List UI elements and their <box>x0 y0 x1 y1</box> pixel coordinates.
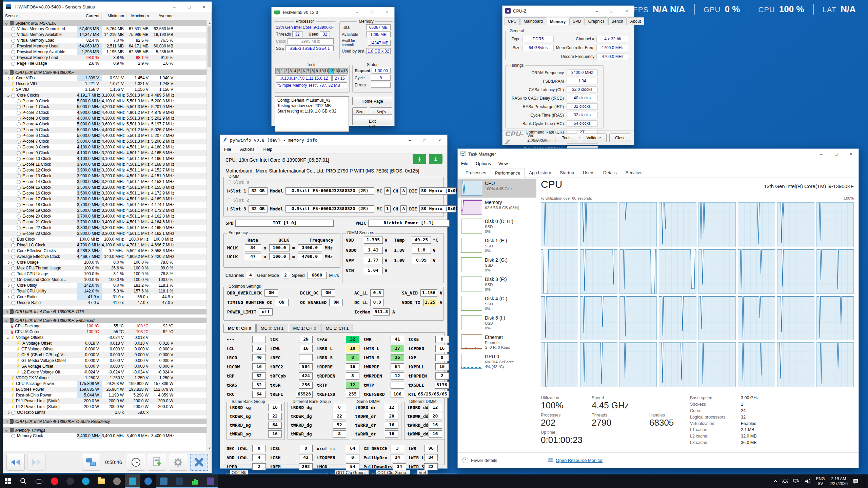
rate-value[interactable]: 34 <box>245 244 261 251</box>
bank-value[interactable]: 22 <box>333 413 346 420</box>
sensor-left-value[interactable]: 1.41 <box>364 247 383 254</box>
sensor-row[interactable]: CPU Package100 °C55 °C103 °C92 °C <box>3 323 206 329</box>
sensor-row[interactable]: E-core 23 Clock3,800.0 MHz3,300.0 MHz4,5… <box>3 231 206 237</box>
bank-value[interactable]: 20 <box>385 413 398 420</box>
tab-spd[interactable]: SPD <box>569 17 585 25</box>
slot-size[interactable]: 32 GB <box>249 205 268 212</box>
sensor-right-value[interactable]: 1.8 <box>412 247 431 254</box>
timing-value[interactable]: 16 <box>252 363 266 370</box>
hwinfo-section-header[interactable]: CPU [#0]: Intel Core i9-13900KF <box>3 69 206 75</box>
extra-timing-value[interactable]: 34 <box>424 454 438 461</box>
timing-value[interactable]: 37 <box>391 345 404 352</box>
tm-sidebar[interactable]: CPU100% 4.45 GHzMemory62.6/63.8 GB (98%)… <box>458 179 536 452</box>
bank-value[interactable]: 12 <box>429 404 442 411</box>
sensor-row[interactable]: PL2 Power Limit (Static)200.0 W200.0 W20… <box>3 404 206 410</box>
sensor-row[interactable]: IA Voltage Offset0.018 V0.018 V0.018 V0.… <box>3 341 206 346</box>
tab-bench[interactable]: Bench <box>608 17 627 25</box>
timing-value[interactable]: 16 <box>435 345 449 352</box>
column-header-maximum[interactable]: Maximum <box>126 12 151 20</box>
test-13[interactable]: 13 <box>333 68 338 74</box>
ch-value[interactable]: A <box>400 205 407 212</box>
setting-value[interactable]: ON <box>321 289 335 297</box>
sidebar-item-disk-1-e-[interactable]: Disk 1 (E:)SSD0% <box>458 236 536 255</box>
column-header-minimum[interactable]: Minimum <box>102 12 126 20</box>
sensor-row[interactable]: SA Voltage Offset0.000 V0.000 V0.000 V0.… <box>3 364 206 369</box>
expand-icon[interactable] <box>7 296 9 298</box>
extra-timing-value[interactable]: 22 <box>424 463 438 470</box>
collapse-icon[interactable] <box>7 336 9 339</box>
setting-value[interactable]: 0.5 <box>370 289 384 297</box>
minimize-icon[interactable]: – <box>350 7 364 17</box>
mc-tab-3[interactable]: MC 1: CH 1 <box>321 324 353 332</box>
sensor-row[interactable]: Average Effective Clock4,469.7 MHz140.0 … <box>3 254 206 260</box>
timing-value[interactable]: 8 <box>346 354 359 361</box>
notification-icon[interactable] <box>852 478 859 484</box>
bank-value[interactable]: 16 <box>268 404 282 411</box>
sensor-row[interactable]: E-core 19 Clock3,500.0 MHz3,300.0 MHz4,5… <box>3 208 206 214</box>
spd-value[interactable]: IDT [1.0] <box>235 220 334 227</box>
sidebar-item-disk-5-i-[interactable]: Disk 5 (I:)USB0% <box>458 313 536 332</box>
show-desktop-button[interactable] <box>864 474 867 488</box>
search-icon[interactable] <box>16 474 31 488</box>
die-value[interactable]: SK Hynix [0x00] <box>419 187 456 195</box>
timing-value[interactable] <box>299 354 313 361</box>
volume-icon[interactable] <box>805 479 811 484</box>
speed-value[interactable]: 6800 <box>308 272 327 279</box>
sensor-left-value[interactable]: 1.77 <box>364 257 383 264</box>
file-explorer-icon[interactable] <box>94 474 109 488</box>
sensor-row[interactable]: E-core 12 Clock3,900.0 MHz3,200.0 MHz4,5… <box>3 167 206 173</box>
sensor-row[interactable]: E-core 16 Clock3,500.0 MHz3,300.0 MHz4,5… <box>3 190 206 196</box>
setting-value[interactable]: 511.8 <box>373 308 390 316</box>
menu-file[interactable]: File <box>224 147 231 152</box>
sensor-row[interactable]: CPU Package Power175.808 W29.263 W199.90… <box>3 381 206 387</box>
sensor-row[interactable]: E-core 11 Clock3,900.0 MHz3,200.0 MHz4,5… <box>3 162 206 167</box>
minimize-icon[interactable]: – <box>167 2 182 12</box>
tab-processes[interactable]: Processes <box>461 168 491 178</box>
timing-value[interactable]: 256 <box>299 382 313 389</box>
sensor-row[interactable]: E-core 13 Clock3,900.0 MHz3,200.0 MHz4,5… <box>3 173 206 179</box>
hwinfo-titlebar[interactable]: HWiNFO64 v8.00-5400 - Sensors Status – □… <box>3 2 212 12</box>
green-chart-icon[interactable] <box>187 474 203 488</box>
tab-mainboard[interactable]: Mainboard <box>520 17 546 25</box>
bank-value[interactable]: 64 <box>268 422 282 429</box>
timing-value[interactable]: 16 <box>346 363 359 370</box>
minimize-icon[interactable]: – <box>814 149 829 159</box>
close-icon[interactable]: × <box>432 135 447 145</box>
close-icon[interactable]: × <box>197 2 212 12</box>
bclk-value[interactable]: 100.0 <box>269 253 290 260</box>
sensor-row[interactable]: E-core 10 Clock4,100.0 MHz3,100.0 MHz4,5… <box>3 156 206 162</box>
sidebar-item-gpu-0[interactable]: GPU 0NVIDIA GeForce ...4% (42 °C) <box>458 352 536 371</box>
mc-tab-1[interactable]: MC 0: CH 1 <box>256 324 288 332</box>
test-6[interactable]: 6 <box>302 68 306 74</box>
bank-value[interactable]: 20 <box>429 413 442 420</box>
sensor-row[interactable]: L2 E-core Voltage Off...-0.024 V-0.024 V… <box>3 369 206 375</box>
setting-value[interactable]: ON <box>329 299 343 306</box>
minimize-icon[interactable]: – <box>402 135 417 145</box>
timing-value[interactable]: 424 <box>299 372 313 380</box>
timing-value[interactable]: 32 <box>252 345 266 352</box>
bank-value[interactable]: 16 <box>268 430 282 438</box>
test-14[interactable]: 14 <box>338 68 343 74</box>
sensor-row[interactable]: P-core 6 Clock5,000.0 MHz4,400.0 MHz5,50… <box>3 133 206 139</box>
slot-radio[interactable] <box>227 189 228 193</box>
close-icon[interactable]: × <box>844 149 859 159</box>
timing-value[interactable]: 10 <box>346 345 359 352</box>
cpu-core-graphs[interactable] <box>541 202 854 387</box>
tm5-titlebar[interactable]: TestMem5 v0.12.3 – □ × <box>272 7 394 17</box>
timing-value[interactable]: 12 <box>391 372 404 380</box>
setting-value[interactable]: ON <box>264 289 278 297</box>
sensor-row[interactable]: E-core 17 Clock3,800.0 MHz3,400.0 MHz4,5… <box>3 196 206 202</box>
timing-value[interactable]: 8 <box>346 372 359 380</box>
sensor-row[interactable]: Virtual Memory Committed67,403 MB5,764 M… <box>3 26 206 32</box>
cpuz-icon[interactable] <box>203 474 218 488</box>
bank-value[interactable]: 8 <box>333 430 346 438</box>
timing-value[interactable]: 65528 <box>296 391 313 398</box>
timing-value[interactable]: 12 <box>346 382 359 389</box>
sensor-row[interactable]: GT Media Voltage Offset0.000 V0.000 V0.0… <box>3 358 206 364</box>
sensor-row[interactable]: VDDQ TX Voltage1.250 V1.250 V1.250 V1.25… <box>3 375 206 381</box>
nav-forward-button[interactable] <box>27 454 46 471</box>
maximize-icon[interactable]: □ <box>829 149 844 159</box>
sensor-row[interactable]: On-Demand Clock Modul...100.0 %100.0 %10… <box>3 277 206 283</box>
timing-value[interactable]: 106 <box>391 391 404 398</box>
config-log[interactable]: Config: Default @1usmus_v3Testing window… <box>275 96 349 132</box>
